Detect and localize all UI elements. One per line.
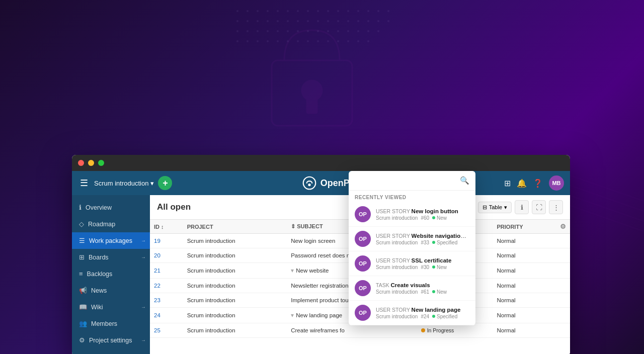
add-button[interactable]: + <box>158 176 172 190</box>
svg-rect-49 <box>377 30 379 32</box>
sidebar-item-label: Boards <box>89 254 109 261</box>
search-input[interactable] <box>355 177 460 185</box>
recent-project: Scrum introduction <box>376 264 418 270</box>
arrow-icon: → <box>141 304 146 310</box>
more-options-button[interactable]: ⋮ <box>549 200 563 214</box>
svg-rect-6 <box>267 10 269 12</box>
recent-item-meta: Scrum introduction #61 New <box>376 289 469 295</box>
window-maximize-dot[interactable] <box>98 160 104 166</box>
id-link[interactable]: 25 <box>154 327 160 333</box>
recent-issue-num: #24 <box>421 314 429 319</box>
svg-rect-24 <box>287 20 289 22</box>
col-settings[interactable]: ⚙ <box>556 220 570 234</box>
search-overlay: 🔍 RECENTLY VIEWED OP USER STORY New logi… <box>349 171 475 325</box>
svg-rect-45 <box>337 30 339 32</box>
sidebar-item-backlogs[interactable]: ≡ Backlogs <box>72 266 150 282</box>
recent-item-avatar: OP <box>355 280 371 296</box>
svg-rect-31 <box>357 20 359 22</box>
row-project: Scrum introduction <box>183 248 287 263</box>
recent-item-info: USER STORY SSL certificate Scrum introdu… <box>376 257 469 270</box>
recent-status: Specified <box>432 314 457 319</box>
recent-item-info: USER STORY New login button Scrum introd… <box>376 208 469 221</box>
row-priority: Normal <box>493 263 556 279</box>
hamburger-button[interactable]: ☰ <box>78 175 90 191</box>
id-link[interactable]: 23 <box>154 297 160 303</box>
svg-rect-46 <box>347 30 349 32</box>
svg-rect-37 <box>257 30 259 32</box>
sidebar-item-label: News <box>91 287 107 294</box>
recent-item-type: TASK <box>376 282 391 288</box>
svg-rect-56 <box>297 40 299 42</box>
svg-rect-10 <box>307 10 309 12</box>
svg-rect-30 <box>347 20 349 22</box>
sidebar-item-boards[interactable]: ⊞ Boards → <box>72 249 150 266</box>
recent-status-dot <box>432 266 435 269</box>
svg-rect-5 <box>257 10 259 12</box>
svg-rect-14 <box>347 10 349 12</box>
search-icon[interactable]: 🔍 <box>460 176 469 185</box>
arrow-icon: → <box>141 337 146 343</box>
recent-item[interactable]: OP USER STORY SSL certificate Scrum intr… <box>349 251 475 276</box>
svg-rect-9 <box>297 10 299 12</box>
row-settings <box>556 248 570 263</box>
col-priority[interactable]: PRIORITY <box>493 220 556 234</box>
project-selector[interactable]: Scrum introduction ▾ <box>94 180 154 187</box>
recent-issue-num: #61 <box>421 289 429 295</box>
svg-rect-63 <box>367 40 369 42</box>
col-project[interactable]: PROJECT <box>183 220 287 234</box>
recent-project: Scrum introduction <box>376 289 418 295</box>
window-minimize-dot[interactable] <box>88 160 94 166</box>
arrow-icon: → <box>141 238 146 243</box>
bell-icon[interactable]: 🔔 <box>517 179 527 188</box>
id-link[interactable]: 20 <box>154 252 160 258</box>
sidebar-item-roadmap[interactable]: ◇ Roadmap <box>72 216 150 232</box>
sidebar-item-project-settings[interactable]: ⚙ Project settings → <box>72 332 150 348</box>
svg-rect-17 <box>377 10 379 12</box>
id-link[interactable]: 21 <box>154 268 160 274</box>
help-icon[interactable]: ❓ <box>533 179 543 188</box>
svg-rect-11 <box>317 10 319 12</box>
id-link[interactable]: 22 <box>154 283 160 289</box>
svg-rect-21 <box>257 20 259 22</box>
toolbar-right: ⊟ Table ▾ ℹ ⛶ ⋮ <box>478 200 563 214</box>
id-link[interactable]: 19 <box>154 238 160 244</box>
nav-icons: ⊞ 🔔 ❓ MB <box>504 175 564 191</box>
sidebar-item-work-packages[interactable]: ☰ Work packages → <box>72 232 150 249</box>
svg-rect-19 <box>236 20 238 22</box>
recent-status-dot <box>432 241 435 244</box>
id-link[interactable]: 24 <box>154 312 160 318</box>
recent-item[interactable]: OP TASK Create visuals Scrum introductio… <box>349 276 475 301</box>
svg-rect-40 <box>287 30 289 32</box>
info-button[interactable]: ℹ <box>515 200 529 214</box>
row-id: 20 <box>150 248 183 263</box>
row-priority: Normal <box>493 293 556 308</box>
content-area: ℹ Overview ◇ Roadmap ☰ Work packages → ⊞… <box>72 195 570 354</box>
svg-rect-58 <box>317 40 319 42</box>
svg-rect-8 <box>287 10 289 12</box>
row-id: 23 <box>150 293 183 308</box>
user-avatar[interactable]: MB <box>549 175 564 191</box>
svg-rect-43 <box>317 30 319 32</box>
sidebar-item-label: Backlogs <box>87 271 113 278</box>
svg-rect-47 <box>357 30 359 32</box>
work-packages-icon: ☰ <box>79 237 85 244</box>
arrow-icon: → <box>141 254 146 260</box>
col-id[interactable]: ID ↕ <box>150 220 183 234</box>
recent-item[interactable]: OP USER STORY Website navigation stru...… <box>349 227 475 251</box>
sidebar-item-wiki[interactable]: 📖 Wiki → <box>72 299 150 315</box>
recent-item-type: USER STORY <box>376 257 412 263</box>
recent-item[interactable]: OP USER STORY New login button Scrum int… <box>349 202 475 227</box>
svg-rect-42 <box>307 30 309 32</box>
svg-rect-51 <box>247 40 249 42</box>
window-close-dot[interactable] <box>78 160 84 166</box>
table-view-button[interactable]: ⊟ Table ▾ <box>478 202 512 213</box>
sidebar-item-overview[interactable]: ℹ Overview <box>72 199 150 216</box>
sidebar-item-news[interactable]: 📢 News <box>72 282 150 299</box>
fullscreen-button[interactable]: ⛶ <box>532 200 546 214</box>
sidebar-item-label: Project settings <box>89 337 132 344</box>
recent-item[interactable]: OP USER STORY New landing page Scrum int… <box>349 301 475 325</box>
svg-rect-29 <box>337 20 339 22</box>
grid-icon[interactable]: ⊞ <box>504 179 511 188</box>
sidebar-item-members[interactable]: 👥 Members <box>72 315 150 332</box>
sidebar-item-label: Wiki <box>91 304 103 311</box>
